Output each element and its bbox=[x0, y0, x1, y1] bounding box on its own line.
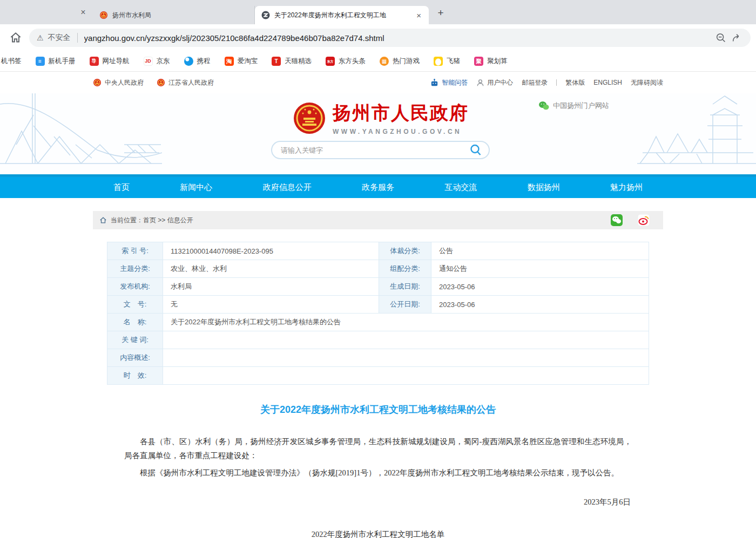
bookmark-eastday[interactable]: 东方东方头条 bbox=[326, 57, 366, 66]
link-central-gov[interactable]: 中央人民政府 bbox=[93, 78, 144, 87]
meta-value bbox=[163, 349, 649, 367]
user-center-link[interactable]: 用户中心 bbox=[476, 78, 513, 87]
bookmark-label: 网址导航 bbox=[103, 57, 130, 66]
share-icon[interactable] bbox=[731, 32, 743, 44]
gov-emblem-icon bbox=[93, 78, 102, 87]
link-label: 中央人民政府 bbox=[105, 78, 144, 87]
article-paragraph: 各县（市、区）水利（务）局，扬州经济开发区城乡事务管理局，生态科技新城规划建设局… bbox=[124, 434, 632, 462]
english-link[interactable]: ENGLISH bbox=[593, 79, 622, 86]
bookmark-aitaobao[interactable]: 淘爱淘宝 bbox=[225, 57, 258, 66]
browser-tab[interactable]: 扬州市水利局 bbox=[93, 6, 255, 24]
search-input[interactable] bbox=[281, 146, 469, 154]
meta-label: 主题分类: bbox=[107, 260, 163, 278]
bookmark-manual[interactable]: ≡新机手册 bbox=[36, 57, 76, 66]
juhuasuan-icon: 聚 bbox=[474, 57, 483, 66]
search-box[interactable] bbox=[271, 141, 490, 159]
bookmark-jd[interactable]: JD京东 bbox=[144, 57, 170, 66]
meta-value: 2023-05-06 bbox=[431, 296, 649, 314]
article-paragraph: 根据《扬州市水利工程文明工地建设管理办法》（扬水规[2019]1号），2022年… bbox=[124, 466, 632, 480]
main-nav: 首页 新闻中心 政府信息公开 政务服务 互动交流 数据扬州 魅力扬州 bbox=[0, 174, 756, 198]
nav-services[interactable]: 政务服务 bbox=[362, 182, 394, 193]
bookmark-label: 热门游戏 bbox=[393, 57, 420, 66]
meta-label: 索 引 号: bbox=[107, 242, 163, 260]
meta-row: 名 称: 关于2022年度扬州市水利工程文明工地考核结果的公告 bbox=[107, 314, 649, 331]
article-subtitle: 2022年度扬州市水利工程文明工地名单 bbox=[124, 527, 632, 538]
site-nav-icon: 导 bbox=[90, 57, 99, 66]
nav-data[interactable]: 数据扬州 bbox=[528, 182, 560, 193]
close-icon[interactable]: × bbox=[415, 11, 422, 20]
link-label: 繁体版 bbox=[565, 78, 585, 87]
meta-value bbox=[163, 331, 649, 349]
meta-value: 通知公告 bbox=[431, 260, 649, 278]
tab-title: 关于2022年度扬州市水利工程文明工地 bbox=[274, 11, 411, 20]
meta-label: 生成日期: bbox=[379, 278, 431, 296]
bookmark-fliggy[interactable]: 飞猪 bbox=[434, 57, 460, 66]
national-emblem bbox=[293, 101, 326, 135]
link-label: 用户中心 bbox=[487, 78, 513, 87]
breadcrumb-label: 当前位置： bbox=[111, 216, 143, 225]
meta-value: 2023-05-06 bbox=[431, 278, 649, 296]
bookmark-label: 携程 bbox=[197, 57, 211, 66]
bookmark-tmall[interactable]: T天猫精选 bbox=[272, 57, 312, 66]
meta-value: 公告 bbox=[431, 242, 649, 260]
eastday-icon: 东方 bbox=[326, 57, 335, 66]
url-bar[interactable]: ⚠ 不安全 yangzhou.gov.cn/yzszxxgk/slj/20230… bbox=[29, 29, 751, 47]
site-brand[interactable]: 扬州市人民政府 WWW.YANGZHOU.GOV.CN bbox=[293, 101, 469, 135]
tab-strip: × 扬州市水利局 关于2022年度扬州市水利工程文明工地 × + bbox=[0, 0, 756, 24]
nav-interaction[interactable]: 互动交流 bbox=[444, 182, 477, 193]
link-label: 无障碍阅读 bbox=[631, 78, 663, 87]
new-tab-button[interactable]: + bbox=[433, 5, 448, 21]
browser-logo-favicon bbox=[261, 11, 270, 19]
url-text[interactable]: yangzhou.gov.cn/yzszxxgk/slj/202305/210c… bbox=[84, 33, 711, 43]
meta-label: 名 称: bbox=[107, 314, 163, 331]
bookmark-juhuasuan[interactable]: 聚聚划算 bbox=[474, 57, 508, 66]
meta-value bbox=[163, 367, 649, 385]
browser-tab-active[interactable]: 关于2022年度扬州市水利工程文明工地 × bbox=[255, 6, 429, 24]
tmall-icon: T bbox=[272, 57, 281, 66]
zoom-out-icon[interactable] bbox=[715, 32, 727, 44]
bookmark-hot-games[interactable]: ▦热门游戏 bbox=[380, 57, 420, 66]
meta-value: 11321000014407098E-2023-095 bbox=[163, 242, 379, 260]
meta-row: 发布机构: 水利局 生成日期: 2023-05-06 bbox=[107, 278, 649, 296]
meta-row: 时 效: bbox=[107, 367, 649, 385]
article-body: 各县（市、区）水利（务）局，扬州经济开发区城乡事务管理局，生态科技新城规划建设局… bbox=[124, 434, 632, 538]
bookmark-ctrip[interactable]: 携程 bbox=[184, 57, 211, 66]
meta-label: 公开日期: bbox=[379, 296, 431, 314]
breadcrumb-path[interactable]: 首页 >> 信息公开 bbox=[143, 216, 193, 225]
meta-label: 时 效: bbox=[107, 367, 163, 385]
content-area: 当前位置： 首页 >> 信息公开 bbox=[93, 211, 663, 538]
close-icon[interactable]: × bbox=[76, 5, 91, 20]
link-label: ENGLISH bbox=[593, 79, 622, 86]
gov-topbar: 中央人民政府 江苏省人民政府 智能问答 bbox=[0, 72, 756, 93]
search-icon[interactable] bbox=[469, 144, 482, 156]
link-jiangsu-gov[interactable]: 江苏省人民政府 bbox=[157, 78, 214, 87]
wechat-share-icon[interactable] bbox=[610, 214, 623, 227]
accessibility-link[interactable]: 无障碍阅读 bbox=[631, 78, 663, 87]
security-label: 不安全 bbox=[48, 33, 71, 43]
user-icon bbox=[476, 79, 484, 87]
weibo-share-icon[interactable] bbox=[637, 214, 650, 227]
fliggy-pig-icon bbox=[434, 57, 443, 66]
games-icon: ▦ bbox=[380, 57, 389, 66]
bookmark-phone-bookmarks[interactable]: 机书签 bbox=[1, 57, 22, 66]
bookmark-label: 飞猪 bbox=[447, 57, 460, 66]
bookmark-label: 新机手册 bbox=[49, 57, 76, 66]
nav-home[interactable]: 首页 bbox=[113, 182, 130, 193]
link-label: 邮箱登录 bbox=[522, 78, 548, 87]
mail-login-link[interactable]: 邮箱登录 bbox=[522, 78, 548, 87]
nav-charm[interactable]: 魅力扬州 bbox=[610, 182, 643, 193]
bookmark-site-nav[interactable]: 导网址导航 bbox=[90, 57, 130, 66]
meta-label: 发布机构: bbox=[107, 278, 163, 296]
meta-row: 关 键 词: bbox=[107, 331, 649, 349]
smart-qa-link[interactable]: 智能问答 bbox=[430, 78, 468, 87]
home-icon[interactable] bbox=[9, 31, 23, 45]
site-name: 扬州市人民政府 bbox=[333, 101, 469, 126]
breadcrumb: 当前位置： 首页 >> 信息公开 bbox=[93, 211, 663, 229]
traditional-version-link[interactable]: 繁体版 bbox=[565, 78, 585, 87]
nav-info-disclosure[interactable]: 政府信息公开 bbox=[263, 182, 312, 193]
meta-label: 文 号: bbox=[107, 296, 163, 314]
nav-news[interactable]: 新闻中心 bbox=[180, 182, 212, 193]
portal-link[interactable]: 中国扬州门户网站 bbox=[538, 101, 609, 111]
gov-emblem-favicon bbox=[99, 11, 108, 19]
meta-value: 水利局 bbox=[163, 278, 379, 296]
